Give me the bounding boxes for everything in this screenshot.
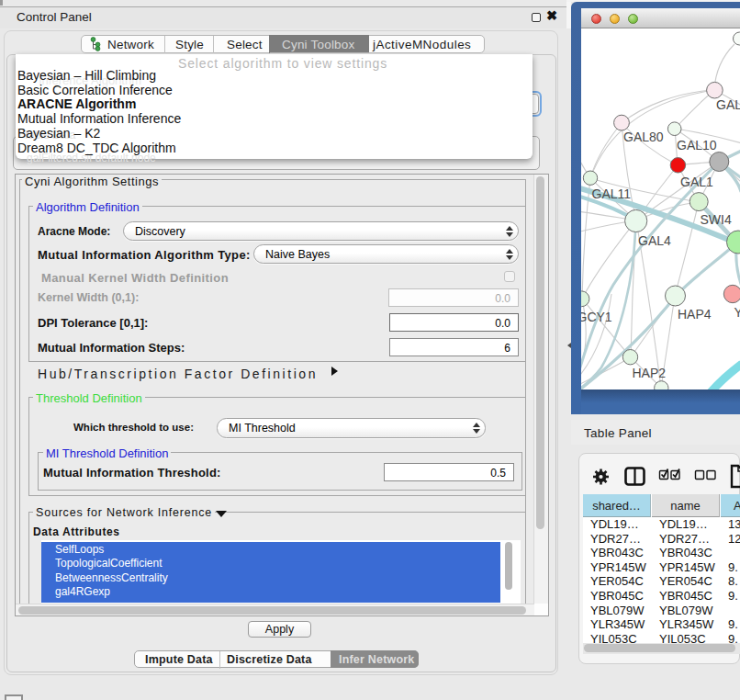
svg-text:HAP2: HAP2 (633, 366, 667, 380)
svg-text:GAL11: GAL11 (592, 186, 632, 201)
svg-text:Y: Y (734, 305, 740, 320)
svg-text:GAL80: GAL80 (623, 130, 664, 144)
svg-text:HAP4: HAP4 (678, 307, 712, 322)
svg-text:GAL1: GAL1 (680, 175, 713, 189)
svg-text:SWI4: SWI4 (701, 212, 732, 227)
svg-text:GAL2: GAL2 (716, 97, 740, 112)
svg-text:GAL10: GAL10 (677, 138, 717, 152)
svg-text:GCY1: GCY1 (581, 310, 612, 324)
svg-text:GAL4: GAL4 (638, 233, 671, 248)
